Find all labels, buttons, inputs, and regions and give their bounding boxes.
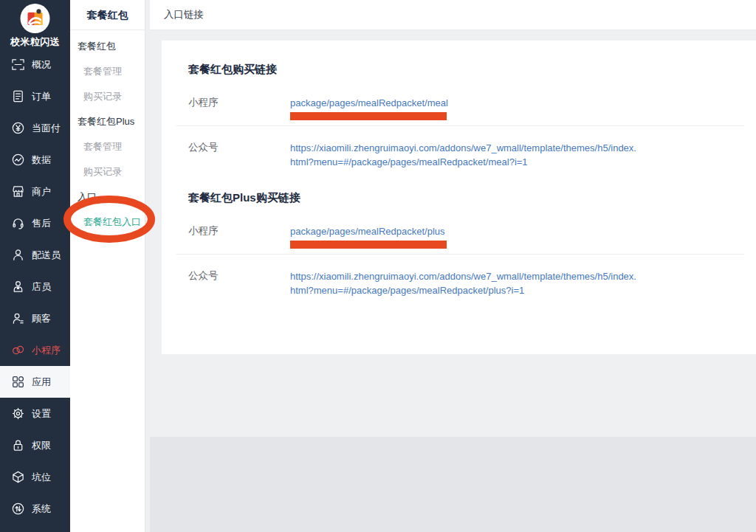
xiaomili-runner-logo — [18, 4, 52, 33]
submenu-item-package-manage-plus[interactable]: 套餐管理 — [70, 134, 145, 159]
miniprogram-plus-purchase-link[interactable]: package/pages/mealRedpacket/plus — [290, 224, 445, 238]
row-label: 公众号 — [188, 269, 290, 283]
data-chart-icon — [11, 153, 25, 167]
sidebar-item-settings[interactable]: 设置 — [0, 398, 70, 429]
sidebar-item-merchant[interactable]: 商户 — [0, 176, 70, 207]
overview-scan-icon — [11, 58, 25, 72]
clerk-person-icon — [11, 280, 25, 294]
row-label: 小程序 — [188, 96, 290, 109]
page-title: 入口链接 — [164, 8, 204, 21]
submenu-item-package-manage[interactable]: 套餐管理 — [70, 59, 145, 84]
sidebar-item-orders[interactable]: 订单 — [0, 80, 70, 112]
aftersale-headset-icon — [11, 216, 25, 230]
section-heading: 套餐红包Plus购买链接 — [188, 191, 744, 205]
sidebar-item-customer[interactable]: 顾客 — [0, 303, 70, 334]
face-pay-yuan-icon — [11, 121, 25, 135]
primary-sidebar: 校米粒闪送 概况 订单 当面付 数据 商户 售后 配送员 — [0, 0, 70, 532]
row-value: package/pages/mealRedpacket/plus — [290, 224, 637, 249]
row-label: 小程序 — [188, 224, 290, 238]
annotation-underline — [290, 112, 447, 120]
brand-name: 校米粒闪送 — [10, 35, 61, 49]
miniprogram-purchase-link[interactable]: package/pages/mealRedpacket/meal — [290, 96, 448, 110]
sidebar-item-clerk[interactable]: 店员 — [0, 271, 70, 303]
content-card: 套餐红包购买链接 小程序 package/pages/mealRedpacket… — [162, 41, 756, 354]
sidebar-item-label: 坑位 — [32, 471, 51, 484]
row-label: 公众号 — [188, 141, 290, 154]
main-area: 入口链接 套餐红包购买链接 小程序 package/pages/mealRedp… — [145, 0, 756, 532]
sidebar-item-label: 概况 — [32, 58, 51, 72]
permission-lock-icon — [11, 438, 25, 452]
sidebar-item-courier[interactable]: 配送员 — [0, 239, 70, 271]
sidebar-item-label: 设置 — [32, 407, 51, 421]
submenu-item-purchase-records-plus[interactable]: 购买记录 — [70, 159, 145, 184]
secondary-sidebar: 套餐红包 套餐红包 套餐管理 购买记录 套餐红包Plus 套餐管理 购买记录 入… — [70, 0, 145, 532]
section-heading: 套餐红包购买链接 — [188, 63, 744, 77]
sidebar-item-label: 小程序 — [32, 344, 61, 357]
submenu-title: 套餐红包 — [70, 0, 145, 30]
submenu-group-meal-redpacket[interactable]: 套餐红包 — [70, 34, 145, 59]
slot-cube-icon — [11, 470, 25, 484]
submenu-group-meal-redpacket-plus[interactable]: 套餐红包Plus — [70, 109, 145, 134]
sidebar-item-label: 权限 — [32, 439, 51, 452]
customer-person-icon — [11, 311, 25, 325]
sidebar-item-label: 系统 — [32, 502, 51, 516]
link-row: 公众号 https://xiaomili.zhengruimaoyi.com/a… — [188, 255, 744, 297]
sidebar-item-miniprogram[interactable]: 小程序 — [0, 334, 70, 366]
sidebar-item-apps[interactable]: 应用 — [0, 366, 70, 398]
row-value: package/pages/mealRedpacket/meal — [290, 96, 637, 120]
courier-person-icon — [11, 248, 25, 262]
link-row: 小程序 package/pages/mealRedpacket/plus — [188, 224, 744, 249]
content-area: 套餐红包购买链接 小程序 package/pages/mealRedpacket… — [150, 30, 756, 437]
sidebar-item-slot[interactable]: 坑位 — [0, 461, 70, 493]
submenu-group-entry[interactable]: 入口 — [70, 184, 145, 210]
sidebar-item-system[interactable]: 系统 — [0, 493, 70, 525]
sidebar-item-label: 当面付 — [32, 122, 61, 135]
official-account-purchase-link[interactable]: https://xiaomili.zhengruimaoyi.com/addon… — [290, 141, 637, 169]
sidebar-item-label: 配送员 — [32, 249, 61, 262]
sidebar-item-label: 店员 — [32, 280, 51, 294]
bottom-band — [150, 437, 756, 532]
annotation-underline — [290, 241, 447, 249]
submenu-item-purchase-records[interactable]: 购买记录 — [70, 84, 145, 109]
official-account-plus-purchase-link[interactable]: https://xiaomili.zhengruimaoyi.com/addon… — [290, 269, 637, 297]
brand[interactable]: 校米粒闪送 — [0, 0, 70, 49]
link-row: 公众号 https://xiaomili.zhengruimaoyi.com/a… — [188, 126, 744, 169]
sidebar-item-label: 数据 — [32, 153, 51, 167]
merchant-shop-icon — [11, 184, 25, 198]
link-row: 小程序 package/pages/mealRedpacket/meal — [188, 96, 744, 120]
sidebar-item-overview[interactable]: 概况 — [0, 49, 70, 80]
miniprogram-icon — [11, 343, 25, 357]
submenu-item-entry-link[interactable]: 套餐红包入口 — [70, 210, 145, 235]
settings-gear-icon — [11, 407, 25, 421]
row-value: https://xiaomili.zhengruimaoyi.com/addon… — [290, 141, 637, 169]
orders-document-icon — [11, 89, 25, 103]
sidebar-item-label: 售后 — [32, 217, 51, 230]
row-value: https://xiaomili.zhengruimaoyi.com/addon… — [290, 269, 637, 297]
sidebar-item-label: 顾客 — [32, 312, 51, 325]
topbar: 入口链接 — [150, 0, 756, 30]
sidebar-item-permission[interactable]: 权限 — [0, 429, 70, 461]
sidebar-item-data[interactable]: 数据 — [0, 144, 70, 176]
apps-grid-icon — [11, 375, 25, 389]
admin-app: 校米粒闪送 概况 订单 当面付 数据 商户 售后 配送员 — [0, 0, 756, 532]
sidebar-item-label: 应用 — [32, 376, 51, 389]
sidebar-item-label: 订单 — [32, 90, 51, 103]
sidebar-item-label: 商户 — [32, 185, 51, 198]
system-sync-icon — [11, 502, 25, 516]
sidebar-item-face-pay[interactable]: 当面付 — [0, 112, 70, 144]
sidebar-item-aftersale[interactable]: 售后 — [0, 207, 70, 239]
submenu-list: 套餐红包 套餐管理 购买记录 套餐红包Plus 套餐管理 购买记录 入口 套餐红… — [70, 30, 145, 235]
